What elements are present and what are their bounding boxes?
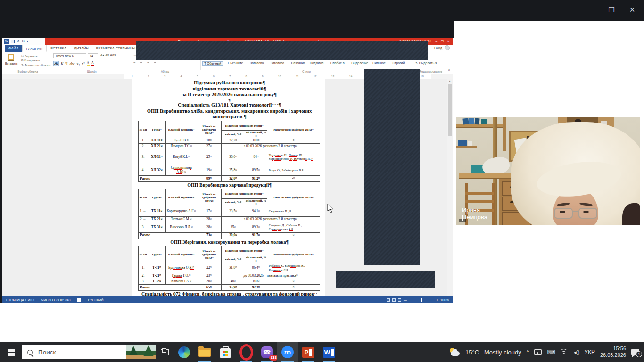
- scroll-up-icon[interactable]: ▲: [447, 79, 453, 83]
- style-chip[interactable]: Т Обычный: [202, 61, 223, 66]
- bold-button[interactable]: Ж: [53, 61, 59, 66]
- style-chip[interactable]: Заголово...: [271, 61, 287, 66]
- web-layout-icon[interactable]: [398, 298, 401, 302]
- read-mode-icon[interactable]: [387, 298, 390, 302]
- save-icon[interactable]: [11, 40, 15, 43]
- zoom-slider-thumb[interactable]: [421, 298, 422, 302]
- cut-button[interactable]: ✂ Вырезать: [21, 54, 50, 58]
- zoom-icon: zm: [281, 346, 294, 358]
- language-indicator[interactable]: РУССКИЙ: [88, 298, 103, 302]
- taskbar-store[interactable]: [215, 342, 236, 362]
- ribbon-tab[interactable]: ГЛАВНАЯ: [22, 45, 47, 52]
- language-switcher[interactable]: УКР: [584, 349, 595, 355]
- proofing-icon[interactable]: [77, 298, 81, 302]
- taskbar-opera[interactable]: [236, 342, 256, 362]
- ribbon-tab[interactable]: ДИЗАЙН: [70, 45, 92, 52]
- taskbar-edge[interactable]: [173, 342, 194, 362]
- ruler-number: 8: [246, 74, 247, 79]
- ruler-number: 7: [229, 74, 231, 79]
- table-cell: 3.: [139, 149, 148, 165]
- taskbar-viber[interactable]: ☎ 338: [256, 342, 277, 362]
- zoom-in-button[interactable]: +: [436, 298, 438, 302]
- close-button[interactable]: ✕: [622, 3, 642, 17]
- style-chip[interactable]: Выделение: [351, 61, 368, 66]
- zoom-level[interactable]: 100%: [440, 298, 449, 302]
- eye: [583, 211, 589, 213]
- table-cell: 27¤: [197, 144, 222, 149]
- restore-button[interactable]: ❐: [602, 3, 621, 17]
- redo-icon[interactable]: ↻: [22, 39, 25, 43]
- copy-button[interactable]: ⧉ Копировать: [21, 58, 50, 62]
- ribbon-tab[interactable]: ФАЙЛ: [5, 45, 22, 52]
- qat-dropdown-icon[interactable]: ▾: [26, 39, 28, 43]
- task-view-button[interactable]: [156, 342, 173, 362]
- touch-keyboard-icon[interactable]: ⌨: [547, 349, 555, 355]
- collapse-ribbon-icon[interactable]: ∧: [448, 68, 450, 72]
- print-layout-icon[interactable]: [392, 298, 396, 302]
- paste-icon[interactable]: [8, 54, 14, 61]
- taskbar-zoom[interactable]: zm: [277, 342, 298, 362]
- alignment-buttons[interactable]: ≡ ≡ ≡ ≡: [133, 60, 158, 65]
- doc-table: № з/пГрупа¤Класний керівник¤Кількість зд…: [138, 189, 320, 239]
- table-cell: 100¤: [245, 279, 267, 285]
- subscript-button[interactable]: x₂: [77, 62, 80, 66]
- style-chip[interactable]: Слабое в...: [330, 61, 347, 66]
- zoom-out-button[interactable]: —: [404, 298, 407, 302]
- weather-temp[interactable]: 15°C: [465, 349, 479, 356]
- taskbar-explorer[interactable]: [194, 342, 215, 362]
- select-dropdown-icon[interactable]: ▾: [435, 61, 437, 65]
- page-indicator[interactable]: СТРАНИЦА 1 ИЗ 1: [6, 298, 35, 302]
- paragraph-group-label: Абзац: [137, 70, 193, 73]
- word-window-controls[interactable]: – ❐ ✕: [435, 38, 451, 45]
- table-cell: 93,2¤: [245, 285, 267, 291]
- account-avatar[interactable]: [445, 45, 450, 50]
- ribbon-tab[interactable]: ВСТАВКА: [47, 45, 70, 52]
- font-color-button[interactable]: А: [91, 61, 94, 66]
- quick-access-toolbar: W ↺ ↻ ▾: [2, 38, 45, 45]
- start-button[interactable]: [0, 342, 22, 362]
- table-cell: 32,2¤: [222, 138, 245, 144]
- signin-link[interactable]: Вход: [434, 46, 442, 50]
- superscript-button[interactable]: x²: [82, 62, 84, 66]
- system-tray: 15°C Mostly cloudy ^ ⌨ ◄)) УКР 15:56 26.…: [449, 346, 644, 359]
- italic-button[interactable]: К: [61, 62, 63, 66]
- clock[interactable]: 15:56 26.03.2026: [600, 346, 626, 359]
- style-chip[interactable]: Название: [291, 61, 305, 66]
- cast-icon[interactable]: [534, 349, 542, 355]
- taskbar-word[interactable]: W: [319, 342, 339, 362]
- ribbon-tab[interactable]: РАЗМЕТКА СТРАНИЦЫ: [92, 45, 139, 52]
- zoom-slider[interactable]: [409, 300, 434, 300]
- underline-button[interactable]: Ч: [65, 62, 67, 66]
- select-button[interactable]: Выделить: [419, 61, 434, 65]
- strikethrough-button[interactable]: abc: [69, 62, 74, 66]
- vertical-scrollbar[interactable]: ▲: [447, 79, 453, 296]
- format-painter-button[interactable]: ✎ Формат по образцу: [21, 63, 50, 67]
- weather-icon[interactable]: [449, 348, 460, 356]
- word-count[interactable]: ЧИСЛО СЛОВ: 248: [41, 298, 71, 302]
- style-chip[interactable]: Сильное...: [372, 61, 388, 66]
- style-chip[interactable]: Заголово...: [250, 61, 266, 66]
- scrollbar-thumb[interactable]: [448, 84, 452, 136]
- document-page[interactable]: Підсумки рубіжного контролю¶ відділення …: [132, 79, 325, 296]
- highlight-color-button[interactable]: А: [87, 61, 90, 66]
- taskbar-powerpoint[interactable]: P: [298, 342, 319, 362]
- undo-icon[interactable]: ↺: [17, 39, 20, 43]
- style-chip[interactable]: Т Без инте...: [227, 61, 246, 66]
- search-highlight-image[interactable]: [126, 345, 156, 359]
- minimize-button[interactable]: —: [578, 3, 598, 17]
- font-name-select[interactable]: Times New R: [53, 53, 86, 58]
- tray-chevron-icon[interactable]: ^: [527, 349, 529, 355]
- wifi-icon[interactable]: [561, 350, 568, 355]
- table-header-cell: Підсумки успішності групи¤: [222, 121, 267, 131]
- paste-button[interactable]: Вставить: [3, 62, 19, 65]
- table-header-cell: Підсумки успішності групи¤: [222, 189, 267, 198]
- font-grow-shrink-buttons[interactable]: А▴ А▾ Аа▾: [100, 53, 116, 57]
- action-center-icon[interactable]: 1: [631, 349, 639, 355]
- speaker-icon[interactable]: ◄)): [573, 350, 579, 355]
- style-chip[interactable]: Подзагол...: [310, 61, 326, 66]
- webcam-video-tile[interactable]: Ирина Немцова: [456, 117, 640, 225]
- font-size-select[interactable]: 14: [88, 53, 98, 58]
- style-chip[interactable]: Строгий: [392, 61, 405, 66]
- weather-desc[interactable]: Mostly cloudy: [484, 349, 521, 356]
- taskbar-search[interactable]: Поиск: [22, 345, 156, 359]
